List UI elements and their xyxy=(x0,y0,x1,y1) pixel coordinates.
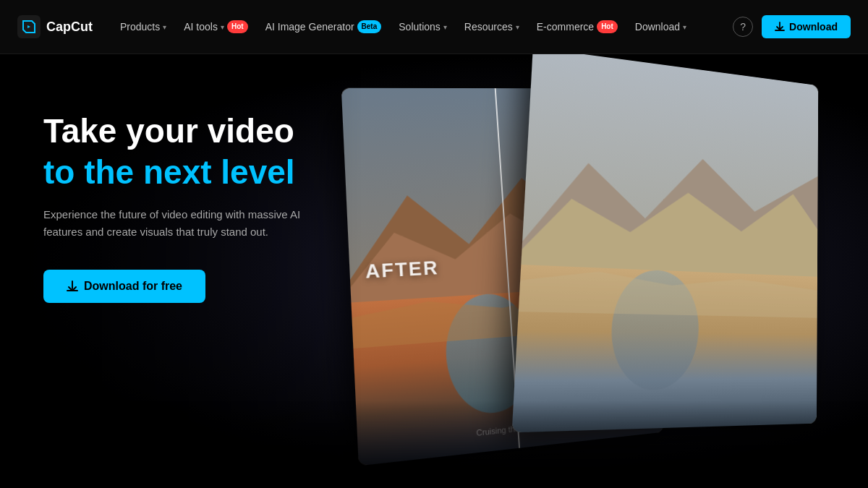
chevron-down-icon: ▾ xyxy=(221,23,224,31)
after-label: AFTER xyxy=(365,256,439,283)
chevron-down-icon: ▾ xyxy=(516,23,519,31)
nav-item-ecommerce[interactable]: E-commerce Hot xyxy=(529,16,625,38)
nav-item-download[interactable]: Download ▾ xyxy=(628,17,694,37)
logo-link[interactable]: CapCut xyxy=(17,15,93,38)
logo-text: CapCut xyxy=(46,20,93,35)
navbar: CapCut Products ▾ AI tools ▾ Hot AI Imag… xyxy=(0,0,868,54)
hero-subtitle: Experience the future of video editing w… xyxy=(43,206,333,241)
chevron-down-icon: ▾ xyxy=(443,23,447,31)
video-preview-area: AFTER BEFORE Cruising through Uyuni xyxy=(311,54,868,488)
download-icon xyxy=(775,22,785,32)
beta-badge: Beta xyxy=(357,20,382,33)
nav-download-button[interactable]: Download xyxy=(762,15,851,38)
nav-item-ai-image[interactable]: AI Image Generator Beta xyxy=(258,16,389,38)
hero-title-line2: to the next level xyxy=(43,153,333,192)
hero-section: AFTER BEFORE Cruising through Uyuni xyxy=(0,54,868,488)
help-button[interactable]: ? xyxy=(733,17,753,37)
logo-icon xyxy=(17,15,41,38)
before-card xyxy=(512,54,819,432)
before-landscape-svg xyxy=(512,54,819,432)
nav-right: ? Download xyxy=(733,15,851,38)
hot-badge: Hot xyxy=(227,20,248,33)
download-icon xyxy=(67,281,78,292)
hero-download-button[interactable]: Download for free xyxy=(43,270,205,303)
hero-title-line1: Take your video xyxy=(43,112,333,150)
nav-item-products[interactable]: Products ▾ xyxy=(113,17,174,37)
nav-item-ai-tools[interactable]: AI tools ▾ Hot xyxy=(176,16,255,38)
chevron-down-icon: ▾ xyxy=(163,23,166,31)
nav-item-resources[interactable]: Resources ▾ xyxy=(457,17,527,37)
before-landscape xyxy=(512,54,819,432)
hero-content: Take your video to the next level Experi… xyxy=(43,112,333,303)
chevron-down-icon: ▾ xyxy=(683,23,686,31)
hot-badge: Hot xyxy=(597,20,618,33)
nav-item-solutions[interactable]: Solutions ▾ xyxy=(391,17,454,37)
card-watermark: Cruising through Uyuni xyxy=(476,420,558,437)
nav-items: Products ▾ AI tools ▾ Hot AI Image Gener… xyxy=(113,16,727,38)
